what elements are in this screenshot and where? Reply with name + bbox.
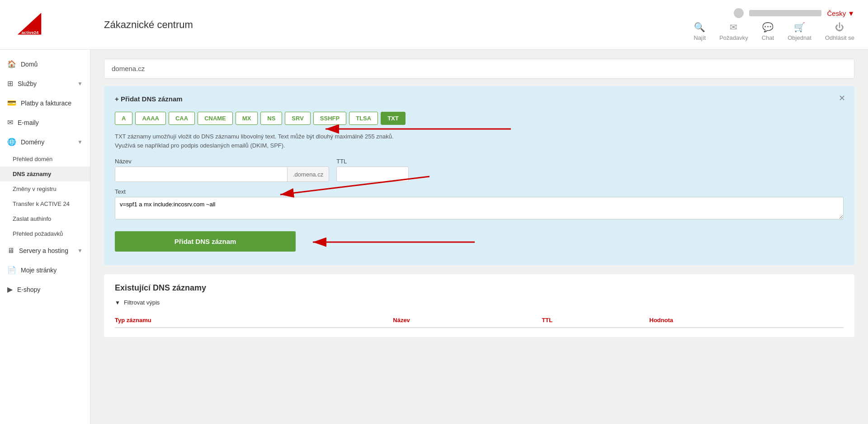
mail-icon: ✉	[730, 22, 737, 33]
sidebar-item-authinfo[interactable]: Zaslat authinfo	[0, 211, 90, 226]
sidebar-item-eshopy[interactable]: ▶ E-shopy	[0, 280, 90, 299]
logo[interactable]: active24	[14, 10, 104, 39]
ttl-group: TTL	[336, 158, 409, 182]
card-icon: 💳	[7, 99, 16, 107]
col-typ: Typ záznamu	[115, 313, 393, 328]
nav-item-chat[interactable]: 💬 Chat	[762, 22, 774, 41]
sidebar-label-emaily: E-maily	[18, 119, 39, 126]
submit-label: Přidat DNS záznam	[175, 238, 236, 245]
domain-input[interactable]	[112, 65, 847, 72]
sidebar-item-domeny[interactable]: 🌐 Domény ▼	[0, 132, 90, 152]
name-label: Název	[115, 158, 329, 165]
tab-aaaa[interactable]: AAAA	[135, 112, 166, 125]
sidebar-item-platby[interactable]: 💳 Platby a fakturace	[0, 93, 90, 113]
domain-input-wrapper	[104, 59, 854, 79]
top-header: active24 Zákaznické centrum Česky ▼ 🔍 Na…	[0, 0, 868, 50]
tab-srv[interactable]: SRV	[285, 112, 311, 125]
chevron-down-icon-servery: ▼	[77, 248, 83, 254]
add-dns-label: + Přidat DNS záznam	[115, 95, 183, 103]
sidebar-item-zmeny[interactable]: Změny v registru	[0, 181, 90, 196]
existing-dns-section: Existující DNS záznamy ▼ Filtrovat výpis…	[104, 274, 854, 337]
sidebar-label-platby: Platby a fakturace	[21, 100, 71, 107]
submit-dns-button[interactable]: Přidat DNS záznam	[115, 231, 296, 252]
sidebar: 🏠 Domů ⊞ Služby ▼ 💳 Platby a fakturace ✉…	[0, 50, 90, 424]
dns-type-tabs: A AAAA CAA CNAME MX NS SRV SSHFP TLSA TX…	[115, 112, 844, 125]
nav-label-odhlasit: Odhlásit se	[825, 34, 854, 41]
server-icon: 🖥	[7, 247, 14, 255]
grid-icon: ⊞	[7, 79, 13, 88]
col-hodnota: Hodnota	[649, 313, 844, 328]
sidebar-item-prehled-pozadavku[interactable]: Přehled požadavků	[0, 226, 90, 241]
nav-item-najit[interactable]: 🔍 Najít	[693, 22, 706, 41]
col-nazev: Název	[393, 313, 542, 328]
existing-dns-title: Existující DNS záznamy	[115, 283, 844, 293]
sidebar-item-emaily[interactable]: ✉ E-maily	[0, 113, 90, 132]
page-icon: 📄	[7, 266, 16, 274]
lang-chevron-icon: ▼	[848, 10, 854, 17]
filter-label: Filtrovat výpis	[124, 299, 160, 306]
text-textarea[interactable]: v=spf1 a mx include:incosrv.com ~all	[115, 197, 844, 219]
email-icon: ✉	[7, 118, 13, 127]
cart-icon: 🛒	[794, 22, 805, 33]
header-right: Česky ▼ 🔍 Najít ✉ Požadavky 💬 Chat 🛒 Obj…	[693, 8, 854, 41]
tab-ns[interactable]: NS	[260, 112, 282, 125]
text-label: Text	[115, 188, 844, 195]
text-group: Text v=spf1 a mx include:incosrv.com ~al…	[115, 188, 844, 219]
ttl-input[interactable]	[336, 167, 409, 182]
sidebar-item-transfer[interactable]: Transfer k ACTIVE 24	[0, 196, 90, 211]
nav-label-najit: Najít	[693, 34, 706, 41]
play-icon: ▶	[7, 285, 13, 294]
home-icon: 🏠	[7, 60, 16, 68]
ttl-label: TTL	[336, 158, 409, 165]
chevron-down-icon-domeny: ▼	[77, 139, 83, 145]
dns-description: TXT záznamy umožňují vložit do DNS zázna…	[115, 132, 844, 150]
filter-row[interactable]: ▼ Filtrovat výpis	[115, 299, 844, 306]
chat-icon: 💬	[762, 22, 774, 33]
lang-label: Česky	[827, 10, 846, 17]
nav-label-objednat: Objednat	[788, 34, 811, 41]
table-header-row: Typ záznamu Název TTL Hodnota	[115, 313, 844, 328]
tab-tlsa[interactable]: TLSA	[349, 112, 378, 125]
main-content: ✕ + Přidat DNS záznam A AAAA CAA CNAME M…	[90, 50, 868, 424]
name-suffix: .domena.cz	[287, 167, 329, 181]
nav-label-chat: Chat	[762, 34, 774, 41]
description-line1: TXT záznamy umožňují vložit do DNS zázna…	[115, 132, 844, 141]
name-field-wrapper: .domena.cz	[115, 167, 329, 182]
description-line2: Využívá se například pro podpis odeslaný…	[115, 141, 844, 150]
sidebar-item-dns-zaznamy[interactable]: DNS záznamy	[0, 167, 90, 181]
tab-txt[interactable]: TXT	[381, 112, 406, 125]
sidebar-item-moje[interactable]: 📄 Moje stránky	[0, 260, 90, 280]
name-input[interactable]	[115, 167, 287, 181]
nav-item-pozadavky[interactable]: ✉ Požadavky	[719, 22, 748, 41]
close-button[interactable]: ✕	[839, 93, 845, 103]
user-icon	[734, 8, 744, 18]
dns-form-area: ✕ + Přidat DNS záznam A AAAA CAA CNAME M…	[104, 86, 854, 265]
sidebar-label-domeny: Domény	[21, 138, 44, 146]
sidebar-item-servery[interactable]: 🖥 Servery a hosting ▼	[0, 241, 90, 260]
sidebar-item-prehled-domen[interactable]: Přehled domén	[0, 152, 90, 167]
tab-a[interactable]: A	[115, 112, 132, 125]
sidebar-label-servery: Servery a hosting	[19, 247, 68, 254]
col-ttl: TTL	[542, 313, 649, 328]
sidebar-sub-label-dns: DNS záznamy	[13, 171, 51, 177]
name-ttl-row: Název .domena.cz TTL	[115, 158, 844, 182]
sidebar-sub-label-prehled: Přehled domén	[13, 156, 52, 162]
sidebar-sub-label-zmeny: Změny v registru	[13, 186, 57, 192]
filter-chevron-icon: ▼	[115, 300, 120, 306]
chevron-down-icon: ▼	[77, 81, 83, 87]
sidebar-sub-label-authinfo: Zaslat authinfo	[13, 215, 51, 222]
logout-icon: ⏻	[835, 22, 844, 33]
sidebar-item-sluzby[interactable]: ⊞ Služby ▼	[0, 74, 90, 93]
tab-mx[interactable]: MX	[236, 112, 258, 125]
sidebar-item-domu[interactable]: 🏠 Domů	[0, 54, 90, 74]
search-icon: 🔍	[694, 22, 705, 33]
lang-selector[interactable]: Česky ▼	[827, 10, 854, 17]
add-dns-toggle[interactable]: + Přidat DNS záznam	[115, 95, 844, 103]
nav-item-objednat[interactable]: 🛒 Objednat	[788, 22, 811, 41]
nav-item-odhlasit[interactable]: ⏻ Odhlásit se	[825, 22, 854, 41]
page-title: Zákaznické centrum	[104, 19, 193, 31]
tab-caa[interactable]: CAA	[169, 112, 195, 125]
tab-sshfp[interactable]: SSHFP	[313, 112, 346, 125]
dns-table: Typ záznamu Název TTL Hodnota	[115, 313, 844, 328]
tab-cname[interactable]: CNAME	[198, 112, 233, 125]
